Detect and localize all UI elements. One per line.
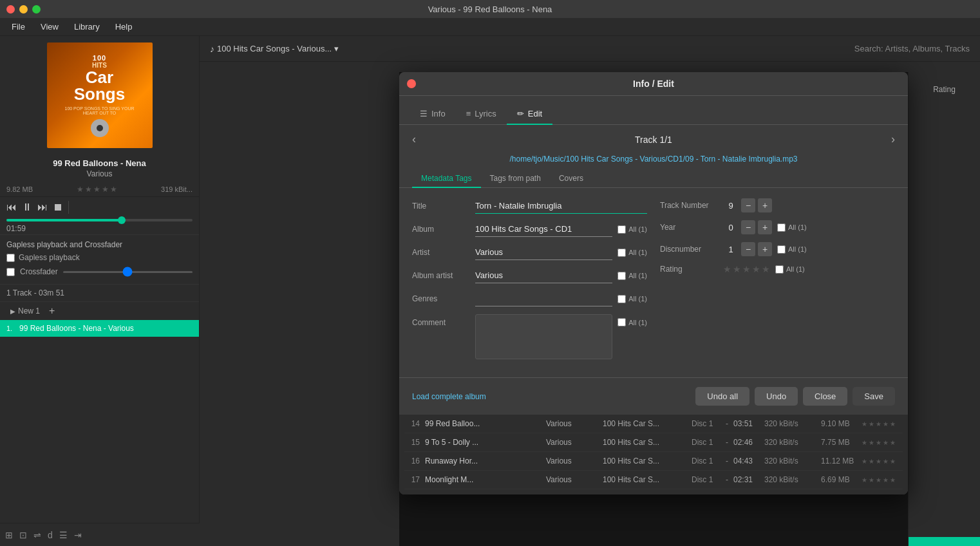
lyrics-tab-icon: ≡ <box>466 109 471 118</box>
toolbar-icon-1[interactable]: ⊞ <box>5 530 13 540</box>
toolbar-shuffle-icon[interactable]: ⇌ <box>33 530 41 540</box>
meta-tab-path[interactable]: Tags from path <box>481 170 550 188</box>
track-number-minus[interactable]: − <box>741 198 755 212</box>
undo-button[interactable]: Undo <box>755 387 798 406</box>
tab-info[interactable]: ☰ Info <box>410 104 456 125</box>
close-button[interactable] <box>6 5 15 14</box>
track-info: 99 Red Balloons - Nena Various <box>0 155 199 182</box>
load-album-link[interactable]: Load complete album <box>412 392 486 401</box>
play-button[interactable]: ⏸ <box>22 202 32 213</box>
playlist-tab-new1[interactable]: ▶ New 1 <box>6 305 44 317</box>
right-area: ♪ 100 Hits Car Songs - Various... ▾ Sear… <box>200 36 980 546</box>
gapless-label: Gapless playback <box>19 253 80 262</box>
table-row[interactable]: 14 99 Red Balloo... Various 100 Hits Car… <box>404 415 903 433</box>
close-button-dialog[interactable]: Close <box>803 387 847 406</box>
row-16-artist: Various <box>546 457 598 466</box>
album-artist-all-checkbox[interactable] <box>617 272 626 280</box>
discnumber-all-label: All (1) <box>788 245 807 253</box>
toolbar-jump-icon[interactable]: ⇥ <box>74 530 82 540</box>
prev-track-button[interactable]: ‹ <box>412 133 416 146</box>
progress-area[interactable] <box>0 218 199 223</box>
dialog-overlay: Info / Edit ☰ Info ≡ Lyrics <box>399 72 980 546</box>
minimize-button[interactable] <box>19 5 28 14</box>
artist-all-checkbox[interactable] <box>617 249 626 257</box>
progress-thumb <box>118 216 126 224</box>
row-16-duration: 04:43 <box>733 457 759 466</box>
meta-tab-covers[interactable]: Covers <box>550 170 592 188</box>
album-input[interactable] <box>475 221 612 237</box>
menu-help[interactable]: Help <box>109 20 139 33</box>
row-15-bitrate: 320 kBit/s <box>764 438 816 447</box>
discnumber-minus[interactable]: − <box>741 242 755 256</box>
year-row: Year 0 − + All (1) <box>660 220 895 234</box>
track-number-plus[interactable]: + <box>758 198 772 212</box>
star-5[interactable]: ★ <box>762 264 770 274</box>
playlist-item[interactable]: 1. 99 Red Balloons - Nena - Various <box>0 320 199 337</box>
edit-tab-label: Edit <box>528 109 542 118</box>
dialog-tabs: ☰ Info ≡ Lyrics ✏ Edit <box>399 96 908 125</box>
title-input[interactable] <box>475 198 647 214</box>
table-row[interactable]: 15 9 To 5 - Dolly ... Various 100 Hits C… <box>404 433 903 452</box>
tab-lyrics[interactable]: ≡ Lyrics <box>456 104 507 125</box>
save-button[interactable]: Save <box>853 387 895 406</box>
form-left-col: Title Album All <box>412 198 647 367</box>
search-placeholder: Search: Artists, Albums, Tracks <box>854 44 970 53</box>
comment-all-checkbox[interactable] <box>617 318 626 326</box>
menu-library[interactable]: Library <box>68 20 106 33</box>
table-row[interactable]: 17 Moonlight M... Various 100 Hits Car S… <box>404 471 903 489</box>
next-track-button[interactable]: › <box>891 133 895 146</box>
menu-file[interactable]: File <box>5 20 32 33</box>
crossfader-checkbox[interactable] <box>6 268 15 276</box>
meta-tab-metadata[interactable]: Metadata Tags <box>412 170 481 188</box>
tab-edit[interactable]: ✏ Edit <box>507 104 552 125</box>
rating-row: Rating ★ ★ ★ ★ ★ <box>660 264 895 274</box>
row-16-album: 100 Hits Car S... <box>603 457 686 466</box>
crossfader-slider[interactable] <box>63 271 193 273</box>
album-label: Album <box>412 225 470 234</box>
artist-input[interactable] <box>475 245 612 260</box>
maximize-button[interactable] <box>32 5 41 14</box>
dialog-close-button[interactable] <box>407 79 416 88</box>
left-panel: 100 HITS Car Songs 100 POP SONGS TO SING… <box>0 36 200 546</box>
album-all-label: All (1) <box>628 225 647 233</box>
file-path-link[interactable]: /home/tjo/Music/100 Hits Car Songs - Var… <box>509 155 797 164</box>
genres-all-label: All (1) <box>628 295 647 303</box>
rating-all-checkbox[interactable] <box>775 265 784 274</box>
undo-all-button[interactable]: Undo all <box>695 387 749 406</box>
playlist-selector[interactable]: ♪ 100 Hits Car Songs - Various... ▾ <box>210 44 339 54</box>
discnumber-plus[interactable]: + <box>758 242 772 256</box>
genres-input[interactable] <box>475 291 612 306</box>
star-4[interactable]: ★ <box>752 264 760 274</box>
album-all-checkbox[interactable] <box>617 225 626 234</box>
progress-fill <box>6 219 122 221</box>
next-button[interactable]: ⏭ <box>37 202 48 213</box>
comment-label: Comment <box>412 318 470 327</box>
gapless-checkbox[interactable] <box>6 254 15 262</box>
toolbar-d-icon[interactable]: d <box>48 530 53 540</box>
comment-input[interactable] <box>475 314 612 359</box>
stop-button[interactable]: ⏹ <box>53 202 63 213</box>
toolbar-list-icon[interactable]: ☰ <box>59 530 68 540</box>
menu-view[interactable]: View <box>34 20 65 33</box>
row-14-size: 9.10 MB <box>821 419 856 428</box>
prev-button[interactable]: ⏮ <box>6 202 17 213</box>
album-artist-input[interactable] <box>475 268 612 283</box>
discnumber-all-checkbox[interactable] <box>777 245 786 254</box>
genres-all-checkbox[interactable] <box>617 295 626 303</box>
star-2[interactable]: ★ <box>733 264 741 274</box>
star-1[interactable]: ★ <box>723 264 731 274</box>
add-playlist-button[interactable]: + <box>46 305 57 317</box>
discnumber-label: Discnumber <box>660 245 718 254</box>
progress-bar[interactable] <box>6 219 193 221</box>
year-minus[interactable]: − <box>741 220 755 234</box>
title-label: Title <box>412 202 470 211</box>
transport-divider <box>68 201 69 214</box>
toolbar-icon-2[interactable]: ⊡ <box>19 530 27 540</box>
album-artist-all-label: All (1) <box>628 272 647 279</box>
year-plus[interactable]: + <box>758 220 772 234</box>
rating-stars[interactable]: ★ ★ ★ ★ ★ <box>723 264 770 274</box>
album-artist-row: Album artist All (1) <box>412 268 647 283</box>
star-3[interactable]: ★ <box>742 264 751 274</box>
year-all-checkbox[interactable] <box>777 223 786 232</box>
table-row[interactable]: 16 Runaway Hor... Various 100 Hits Car S… <box>404 452 903 471</box>
